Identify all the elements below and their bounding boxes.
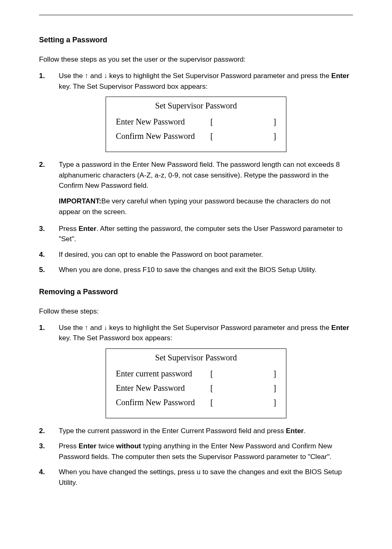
bracket-right: ] xyxy=(269,131,276,141)
bracket-right: ] xyxy=(269,117,276,127)
step-number: 2. xyxy=(39,426,59,436)
step-number: 4. xyxy=(39,467,59,488)
bracket-right: ] xyxy=(269,369,276,378)
step-number: 1. xyxy=(39,323,59,344)
page-content: Setting a Password Follow these steps as… xyxy=(0,0,392,549)
dialog-row: Enter New Password [ ] xyxy=(116,117,276,127)
dialog-row: Enter current password [ ] xyxy=(116,369,276,378)
step-text: When you are done, press F10 to save the… xyxy=(59,265,353,275)
step-number: 4. xyxy=(39,249,59,260)
dialog-title: Set Supervisor Password xyxy=(116,353,276,362)
step-text: When you have changed the settings, pres… xyxy=(59,467,353,488)
dialog-title: Set Supervisor Password xyxy=(116,101,276,111)
step-text: Type the current password in the Enter C… xyxy=(59,426,353,436)
step-text: Use the ↑ and ↓ keys to highlight the Se… xyxy=(59,323,353,344)
step-number: 3. xyxy=(39,441,59,462)
step-number: 2. xyxy=(39,159,59,191)
step-a5: 5. When you are done, press F10 to save … xyxy=(39,265,353,275)
step-text: Press Enter. After setting the password,… xyxy=(59,224,353,245)
step-text: If desired, you can opt to enable the Pa… xyxy=(59,249,353,260)
top-rule xyxy=(39,15,353,15)
step-b2: 2. Type the current password in the Ente… xyxy=(39,426,353,436)
bracket-left: [ xyxy=(210,117,218,127)
enter-key: Enter xyxy=(331,72,349,80)
heading-setting-password: Setting a Password xyxy=(39,36,353,44)
step-number: 5. xyxy=(39,265,59,275)
step-text: Type a password in the Enter New Passwor… xyxy=(59,159,353,191)
intro-b: Follow these steps: xyxy=(39,306,353,317)
intro-a: Follow these steps as you set the user o… xyxy=(39,54,353,65)
dialog-set-password-a: Set Supervisor Password Enter New Passwo… xyxy=(106,97,286,152)
enter-key: Enter xyxy=(78,442,96,450)
step-a2: 2. Type a password in the Enter New Pass… xyxy=(39,159,353,191)
step-b3: 3. Press Enter twice without typing anyt… xyxy=(39,441,353,462)
enter-key: Enter xyxy=(331,324,349,332)
dialog-label: Enter current password xyxy=(116,369,210,378)
bracket-left: [ xyxy=(210,131,218,141)
bracket-right: ] xyxy=(269,398,276,407)
dialog-label: Confirm New Password xyxy=(116,398,210,407)
bracket-left: [ xyxy=(210,369,218,378)
step-number: 1. xyxy=(39,71,59,92)
bracket-left: [ xyxy=(210,398,218,407)
step-text: Press Enter twice without typing anythin… xyxy=(59,441,353,462)
down-arrow-icon: ↓ xyxy=(104,324,108,332)
enter-key: Enter xyxy=(286,427,304,435)
dialog-set-password-b: Set Supervisor Password Enter current pa… xyxy=(106,348,286,418)
step-a4: 4. If desired, you can opt to enable the… xyxy=(39,249,353,260)
dialog-label: Enter New Password xyxy=(116,117,210,127)
step-a1: 1. Use the ↑ and ↓ keys to highlight the… xyxy=(39,71,353,92)
dialog-label: Confirm New Password xyxy=(116,131,210,141)
bracket-right: ] xyxy=(269,383,276,393)
down-arrow-icon: ↓ xyxy=(104,72,108,80)
bold-without: without xyxy=(116,442,141,450)
enter-key: Enter xyxy=(78,225,96,233)
important-label: IMPORTANT: xyxy=(59,197,101,205)
dialog-label: Enter New Password xyxy=(116,383,210,393)
dialog-row: Confirm New Password [ ] xyxy=(116,398,276,407)
step-a3: 3. Press Enter. After setting the passwo… xyxy=(39,224,353,245)
dialog-row: Enter New Password [ ] xyxy=(116,383,276,393)
step-text: Use the ↑ and ↓ keys to highlight the Se… xyxy=(59,71,353,92)
up-arrow-icon: ↑ xyxy=(85,324,88,332)
step-number: 3. xyxy=(39,224,59,245)
step-b1: 1. Use the ↑ and ↓ keys to highlight the… xyxy=(39,323,353,344)
heading-removing-password: Removing a Password xyxy=(39,288,353,296)
important-note: IMPORTANT:Be very careful when typing yo… xyxy=(59,196,353,218)
up-arrow-icon: ↑ xyxy=(85,72,88,80)
dialog-row: Confirm New Password [ ] xyxy=(116,131,276,141)
step-b4: 4. When you have changed the settings, p… xyxy=(39,467,353,488)
bracket-left: [ xyxy=(210,383,218,393)
